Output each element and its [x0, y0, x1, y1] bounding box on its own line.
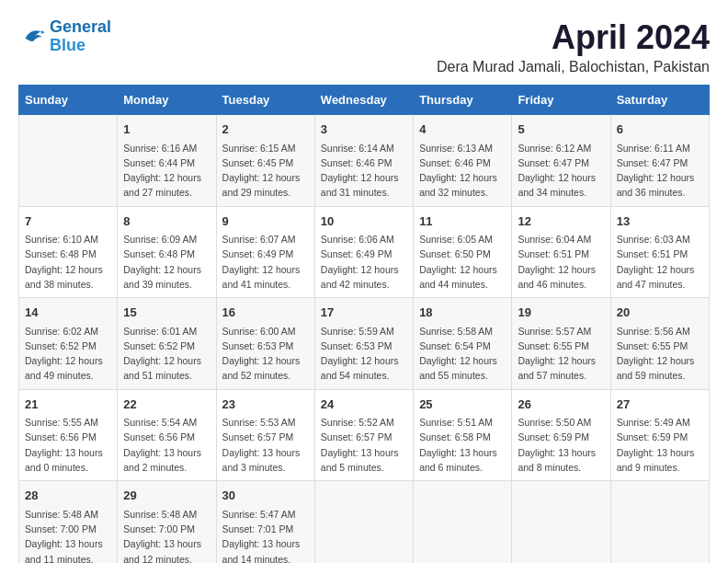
day-cell: 19Sunrise: 5:57 AM Sunset: 6:55 PM Dayli…	[512, 298, 610, 390]
day-number: 14	[25, 304, 111, 322]
logo-line2: Blue	[50, 36, 85, 54]
day-content: Sunrise: 5:48 AM Sunset: 7:00 PM Dayligh…	[25, 507, 111, 563]
logo-text: General Blue	[50, 18, 111, 55]
day-number: 1	[123, 121, 210, 139]
day-cell: 12Sunrise: 6:04 AM Sunset: 6:51 PM Dayli…	[512, 206, 610, 298]
day-cell	[19, 115, 118, 207]
day-cell: 2Sunrise: 6:15 AM Sunset: 6:45 PM Daylig…	[216, 115, 314, 207]
day-content: Sunrise: 6:12 AM Sunset: 6:47 PM Dayligh…	[518, 141, 604, 201]
day-cell: 7Sunrise: 6:10 AM Sunset: 6:48 PM Daylig…	[19, 206, 118, 298]
week-row-3: 14Sunrise: 6:02 AM Sunset: 6:52 PM Dayli…	[19, 298, 710, 390]
day-cell: 21Sunrise: 5:55 AM Sunset: 6:56 PM Dayli…	[19, 389, 118, 481]
day-number: 19	[518, 304, 604, 322]
day-number: 22	[123, 396, 210, 414]
day-content: Sunrise: 6:10 AM Sunset: 6:48 PM Dayligh…	[25, 232, 111, 292]
day-number: 18	[419, 304, 506, 322]
day-content: Sunrise: 6:05 AM Sunset: 6:50 PM Dayligh…	[419, 232, 506, 292]
day-cell: 4Sunrise: 6:13 AM Sunset: 6:46 PM Daylig…	[414, 115, 512, 207]
day-cell: 23Sunrise: 5:53 AM Sunset: 6:57 PM Dayli…	[216, 389, 314, 481]
day-number: 11	[419, 213, 506, 231]
day-number: 20	[617, 304, 703, 322]
logo: General Blue	[18, 18, 111, 55]
day-cell: 14Sunrise: 6:02 AM Sunset: 6:52 PM Dayli…	[19, 298, 118, 390]
week-row-1: 1Sunrise: 6:16 AM Sunset: 6:44 PM Daylig…	[19, 115, 710, 207]
day-content: Sunrise: 6:11 AM Sunset: 6:47 PM Dayligh…	[617, 141, 703, 201]
day-content: Sunrise: 6:01 AM Sunset: 6:52 PM Dayligh…	[123, 324, 210, 384]
day-content: Sunrise: 6:03 AM Sunset: 6:51 PM Dayligh…	[617, 232, 703, 292]
col-thursday: Thursday	[414, 86, 512, 115]
day-cell: 13Sunrise: 6:03 AM Sunset: 6:51 PM Dayli…	[610, 206, 709, 298]
day-number: 24	[321, 396, 407, 414]
week-row-5: 28Sunrise: 5:48 AM Sunset: 7:00 PM Dayli…	[19, 481, 710, 563]
day-cell: 10Sunrise: 6:06 AM Sunset: 6:49 PM Dayli…	[314, 206, 413, 298]
day-cell: 3Sunrise: 6:14 AM Sunset: 6:46 PM Daylig…	[314, 115, 413, 207]
day-content: Sunrise: 5:58 AM Sunset: 6:54 PM Dayligh…	[419, 324, 506, 384]
day-number: 6	[617, 121, 703, 139]
calendar-body: 1Sunrise: 6:16 AM Sunset: 6:44 PM Daylig…	[19, 115, 710, 564]
day-content: Sunrise: 5:59 AM Sunset: 6:53 PM Dayligh…	[321, 324, 407, 384]
day-cell: 16Sunrise: 6:00 AM Sunset: 6:53 PM Dayli…	[216, 298, 314, 390]
day-cell: 24Sunrise: 5:52 AM Sunset: 6:57 PM Dayli…	[314, 389, 413, 481]
day-cell: 17Sunrise: 5:59 AM Sunset: 6:53 PM Dayli…	[314, 298, 413, 390]
day-cell: 26Sunrise: 5:50 AM Sunset: 6:59 PM Dayli…	[512, 389, 610, 481]
col-wednesday: Wednesday	[314, 86, 413, 115]
month-title: April 2024	[437, 18, 710, 57]
day-number: 4	[419, 121, 506, 139]
day-cell: 5Sunrise: 6:12 AM Sunset: 6:47 PM Daylig…	[512, 115, 610, 207]
day-content: Sunrise: 5:53 AM Sunset: 6:57 PM Dayligh…	[222, 415, 309, 475]
day-cell: 9Sunrise: 6:07 AM Sunset: 6:49 PM Daylig…	[216, 206, 314, 298]
day-cell: 22Sunrise: 5:54 AM Sunset: 6:56 PM Dayli…	[118, 389, 216, 481]
calendar-header: Sunday Monday Tuesday Wednesday Thursday…	[19, 86, 710, 115]
day-number: 27	[617, 396, 703, 414]
day-content: Sunrise: 5:49 AM Sunset: 6:59 PM Dayligh…	[617, 415, 703, 475]
col-sunday: Sunday	[19, 86, 118, 115]
day-cell: 20Sunrise: 5:56 AM Sunset: 6:55 PM Dayli…	[610, 298, 709, 390]
day-content: Sunrise: 6:07 AM Sunset: 6:49 PM Dayligh…	[222, 232, 309, 292]
day-content: Sunrise: 5:52 AM Sunset: 6:57 PM Dayligh…	[321, 415, 407, 475]
day-content: Sunrise: 5:48 AM Sunset: 7:00 PM Dayligh…	[123, 507, 210, 563]
header-row: Sunday Monday Tuesday Wednesday Thursday…	[19, 86, 710, 115]
logo-line1: General	[50, 17, 111, 36]
col-monday: Monday	[118, 86, 216, 115]
col-tuesday: Tuesday	[216, 86, 314, 115]
day-cell: 6Sunrise: 6:11 AM Sunset: 6:47 PM Daylig…	[610, 115, 709, 207]
day-content: Sunrise: 6:14 AM Sunset: 6:46 PM Dayligh…	[321, 141, 407, 201]
day-cell: 25Sunrise: 5:51 AM Sunset: 6:58 PM Dayli…	[414, 389, 512, 481]
day-number: 5	[518, 121, 604, 139]
location-title: Dera Murad Jamali, Balochistan, Pakistan	[437, 59, 710, 75]
day-number: 16	[222, 304, 309, 322]
day-content: Sunrise: 6:02 AM Sunset: 6:52 PM Dayligh…	[25, 324, 111, 384]
day-number: 2	[222, 121, 309, 139]
day-number: 29	[123, 487, 210, 505]
week-row-2: 7Sunrise: 6:10 AM Sunset: 6:48 PM Daylig…	[19, 206, 710, 298]
day-cell: 30Sunrise: 5:47 AM Sunset: 7:01 PM Dayli…	[216, 481, 314, 563]
day-number: 23	[222, 396, 309, 414]
day-number: 26	[518, 396, 604, 414]
day-cell: 15Sunrise: 6:01 AM Sunset: 6:52 PM Dayli…	[118, 298, 216, 390]
day-number: 25	[419, 396, 506, 414]
day-number: 30	[222, 487, 309, 505]
day-cell: 8Sunrise: 6:09 AM Sunset: 6:48 PM Daylig…	[118, 206, 216, 298]
day-content: Sunrise: 5:51 AM Sunset: 6:58 PM Dayligh…	[419, 415, 506, 475]
day-content: Sunrise: 6:13 AM Sunset: 6:46 PM Dayligh…	[419, 141, 506, 201]
day-content: Sunrise: 6:09 AM Sunset: 6:48 PM Dayligh…	[123, 232, 210, 292]
page-header: General Blue April 2024 Dera Murad Jamal…	[18, 18, 710, 75]
day-content: Sunrise: 6:15 AM Sunset: 6:45 PM Dayligh…	[222, 141, 309, 201]
day-number: 9	[222, 213, 309, 231]
day-content: Sunrise: 5:55 AM Sunset: 6:56 PM Dayligh…	[25, 415, 111, 475]
day-number: 12	[518, 213, 604, 231]
week-row-4: 21Sunrise: 5:55 AM Sunset: 6:56 PM Dayli…	[19, 389, 710, 481]
day-content: Sunrise: 6:06 AM Sunset: 6:49 PM Dayligh…	[321, 232, 407, 292]
day-cell	[512, 481, 610, 563]
day-content: Sunrise: 5:50 AM Sunset: 6:59 PM Dayligh…	[518, 415, 604, 475]
day-cell: 29Sunrise: 5:48 AM Sunset: 7:00 PM Dayli…	[118, 481, 216, 563]
logo-icon	[18, 23, 46, 51]
day-cell	[314, 481, 413, 563]
day-number: 10	[321, 213, 407, 231]
day-cell	[610, 481, 709, 563]
day-cell: 1Sunrise: 6:16 AM Sunset: 6:44 PM Daylig…	[118, 115, 216, 207]
day-number: 17	[321, 304, 407, 322]
day-number: 3	[321, 121, 407, 139]
col-saturday: Saturday	[610, 86, 709, 115]
day-cell: 27Sunrise: 5:49 AM Sunset: 6:59 PM Dayli…	[610, 389, 709, 481]
